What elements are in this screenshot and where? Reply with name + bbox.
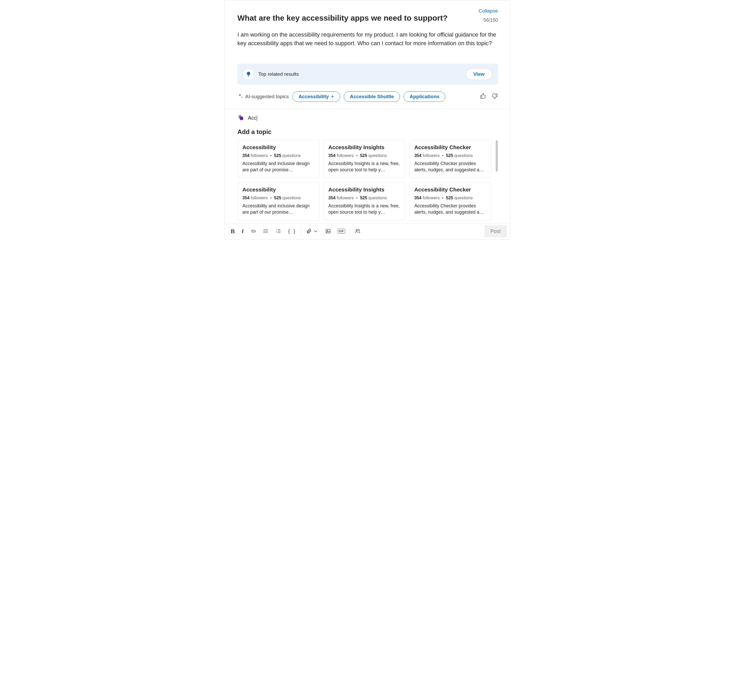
question-title[interactable]: What are the key accessibility apps we n… <box>238 13 484 23</box>
compose-window: Collapse What are the key accessibility … <box>224 0 510 240</box>
character-counter: 56/150 <box>483 18 498 23</box>
topic-hashtag-icon <box>238 114 244 122</box>
topic-card-meta: 354 followers • 525 questions <box>328 153 400 158</box>
plus-icon: + <box>331 94 335 100</box>
lightbulb-icon <box>243 69 254 79</box>
post-button[interactable]: Post <box>484 225 506 237</box>
chevron-down-icon <box>313 228 319 234</box>
topic-card-title: Accessibility Checker <box>414 144 486 150</box>
topic-card-title: Accessibility Checker <box>414 187 486 193</box>
topic-card-title: Accessibility <box>242 144 314 150</box>
topic-card-description: Accessibility Checker provides alerts, n… <box>414 203 486 215</box>
thumbs-down-icon[interactable] <box>491 93 498 101</box>
ai-topic-chip-label: Accessibility <box>298 94 329 100</box>
attachment-button[interactable] <box>306 228 319 234</box>
related-results-bar: Top related results View <box>238 64 498 85</box>
svg-point-7 <box>264 229 264 230</box>
topic-card[interactable]: Accessibility Insights354 followers • 52… <box>323 182 405 220</box>
ai-topic-chip[interactable]: Applications <box>404 91 445 102</box>
question-body[interactable]: I am working on the accessibility requir… <box>238 30 498 47</box>
topic-card[interactable]: Accessibility Insights354 followers • 52… <box>323 140 405 178</box>
add-people-button[interactable] <box>355 228 361 234</box>
topic-card-title: Accessibility Insights <box>328 187 400 193</box>
view-related-button[interactable]: View <box>466 68 492 80</box>
sparkle-icon <box>238 93 243 100</box>
italic-button[interactable]: I <box>242 228 244 235</box>
topic-card-meta: 354 followers • 525 questions <box>242 153 314 158</box>
topic-card-description: Accessibility Insights is a new, free, o… <box>328 160 400 173</box>
svg-rect-16 <box>326 229 330 233</box>
topic-card-description: Accessibility Checker provides alerts, n… <box>414 160 486 173</box>
thumbs-up-icon[interactable] <box>480 93 487 101</box>
gif-button[interactable]: GIF <box>338 229 345 234</box>
topic-cards-grid: Accessibility354 followers • 525 questio… <box>238 140 491 221</box>
add-topic-heading: Add a topic <box>238 128 498 135</box>
topic-card[interactable]: Accessibility Checker354 followers • 525… <box>409 140 491 178</box>
topic-cards-scrollbar[interactable] <box>495 140 498 221</box>
svg-point-3 <box>239 116 243 120</box>
related-results-label: Top related results <box>258 71 461 77</box>
svg-text:3: 3 <box>276 232 277 233</box>
scrollbar-thumb[interactable] <box>496 140 498 172</box>
numbered-list-button[interactable]: 123 <box>276 228 281 234</box>
svg-point-9 <box>264 232 264 233</box>
ai-topic-chip[interactable]: Accessible Shuttle <box>344 91 400 102</box>
topic-card-title: Accessibility Insights <box>328 144 400 150</box>
svg-point-8 <box>264 231 264 231</box>
topic-input-text[interactable]: Acc <box>248 115 257 121</box>
topic-card-meta: 354 followers • 525 questions <box>328 196 400 200</box>
svg-point-18 <box>356 229 357 231</box>
topic-card[interactable]: Accessibility354 followers • 525 questio… <box>238 140 319 178</box>
image-button[interactable] <box>325 228 331 234</box>
topic-card-meta: 354 followers • 525 questions <box>414 153 486 158</box>
topic-card-description: Accessibility and inclusive design are p… <box>242 203 314 215</box>
section-divider <box>225 109 510 109</box>
ai-topic-chip[interactable]: Accessibility+ <box>292 91 340 102</box>
ai-suggested-topics-label: AI-suggested topics <box>238 93 289 100</box>
svg-rect-0 <box>248 75 249 76</box>
code-block-button[interactable]: { } <box>288 228 296 234</box>
topic-card-meta: 354 followers • 525 questions <box>242 196 314 200</box>
ai-topic-chip-label: Accessible Shuttle <box>350 94 394 100</box>
bulleted-list-button[interactable] <box>263 228 269 234</box>
svg-point-17 <box>327 230 328 231</box>
topic-card[interactable]: Accessibility Checker354 followers • 525… <box>409 182 491 220</box>
topic-card-title: Accessibility <box>242 187 314 193</box>
ai-topic-chip-label: Applications <box>410 94 439 100</box>
topic-card[interactable]: Accessibility354 followers • 525 questio… <box>238 182 319 220</box>
topic-card-meta: 354 followers • 525 questions <box>414 196 486 200</box>
bold-button[interactable]: B <box>231 228 235 235</box>
link-button[interactable] <box>251 228 256 234</box>
svg-point-19 <box>358 229 359 230</box>
topic-card-description: Accessibility and inclusive design are p… <box>242 160 314 173</box>
ai-suggested-topics-row: AI-suggested topics Accessibility+Access… <box>238 91 498 102</box>
topic-card-description: Accessibility Insights is a new, free, o… <box>328 203 400 215</box>
topic-input-row[interactable]: Acc <box>238 114 498 122</box>
editor-toolbar: B I 123 { } GIF <box>225 223 510 239</box>
